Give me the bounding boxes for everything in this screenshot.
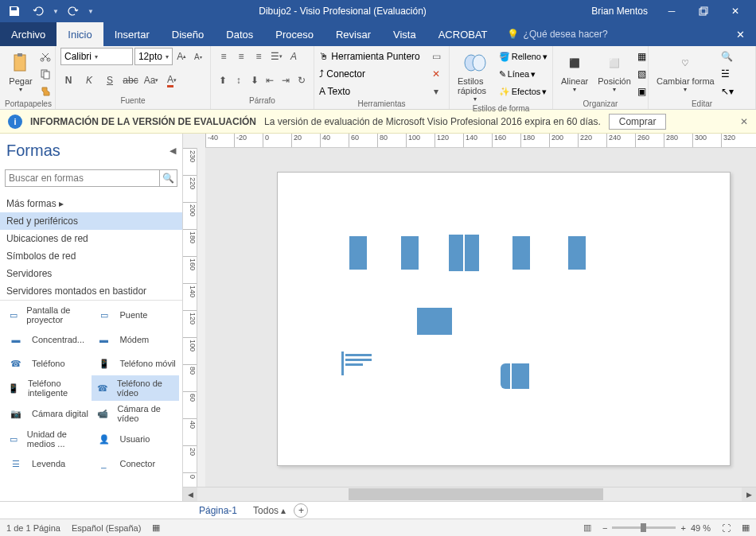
quick-styles-button[interactable]: Estilos rápidos▾ bbox=[454, 49, 496, 104]
server-shape[interactable] bbox=[465, 235, 479, 271]
connector-tool-button[interactable]: ⤴ Conector bbox=[319, 68, 365, 80]
server-shape[interactable] bbox=[512, 236, 530, 270]
macro-icon[interactable]: ▦ bbox=[152, 522, 160, 533]
document-shape[interactable] bbox=[341, 352, 373, 375]
pointer-tool-button[interactable]: 🖱 Herramienta Puntero bbox=[319, 51, 420, 62]
close-notice-button[interactable]: ✕ bbox=[740, 116, 748, 127]
server-shape[interactable] bbox=[568, 236, 586, 270]
drawing-page[interactable] bbox=[277, 172, 731, 466]
scroll-left-button[interactable]: ◀ bbox=[183, 487, 197, 501]
position-button[interactable]: ⬜Posición▾ bbox=[594, 49, 634, 95]
shape-item[interactable]: ☰Levenda bbox=[3, 452, 92, 476]
zoom-level[interactable]: 49 % bbox=[691, 523, 711, 533]
add-page-button[interactable]: + bbox=[294, 503, 308, 518]
group-button[interactable]: ▣ bbox=[637, 84, 646, 99]
tell-me-search[interactable]: 💡 ¿Qué desea hacer? bbox=[499, 22, 724, 46]
tab-revisar[interactable]: Revisar bbox=[325, 22, 382, 46]
tab-datos[interactable]: Datos bbox=[215, 22, 264, 46]
undo-icon[interactable] bbox=[29, 2, 48, 21]
zoom-in-button[interactable]: + bbox=[680, 523, 685, 533]
server-shape[interactable] bbox=[349, 236, 367, 270]
server-shape[interactable] bbox=[449, 235, 463, 271]
copy-button[interactable] bbox=[40, 66, 51, 82]
align-middle-button[interactable]: ↕ bbox=[232, 72, 246, 88]
save-icon[interactable] bbox=[5, 2, 24, 21]
fit-window-button[interactable]: ⛶ bbox=[722, 523, 731, 533]
search-icon[interactable]: 🔍 bbox=[160, 169, 177, 187]
underline-button[interactable]: S bbox=[102, 72, 118, 88]
shape-item[interactable]: ▬Módem bbox=[92, 328, 180, 352]
scroll-thumb[interactable] bbox=[349, 488, 603, 500]
shape-item[interactable]: ☎Teléfono bbox=[3, 352, 92, 375]
select-rect-button[interactable]: ▭ bbox=[428, 49, 444, 64]
user-name[interactable]: Brian Mentos bbox=[591, 6, 648, 17]
collapse-shapes-button[interactable]: ◀ bbox=[170, 146, 176, 156]
tab-vista[interactable]: Vista bbox=[382, 22, 427, 46]
shape-item[interactable]: ▭Unidad de medios ... bbox=[3, 426, 92, 452]
close-button[interactable]: ✕ bbox=[719, 0, 751, 22]
select-button[interactable]: ↖▾ bbox=[721, 84, 734, 99]
align-bottom-button[interactable]: ⬇ bbox=[247, 72, 262, 88]
language-status[interactable]: Español (España) bbox=[72, 523, 141, 533]
tab-diseno[interactable]: Diseño bbox=[161, 22, 215, 46]
shape-item[interactable]: 📹Cámara de vídeo bbox=[92, 401, 180, 426]
increase-indent-button[interactable]: ⇥ bbox=[279, 72, 293, 88]
shrink-font-button[interactable]: A▾ bbox=[190, 49, 205, 64]
shape-item[interactable]: ▬Concentrad... bbox=[3, 328, 92, 352]
line-button[interactable]: ✎ Línea ▾ bbox=[499, 66, 548, 82]
send-back-button[interactable]: ▧ bbox=[637, 66, 646, 82]
page-tab[interactable]: Página-1 bbox=[191, 503, 245, 518]
align-top-button[interactable]: ⬆ bbox=[216, 72, 230, 88]
presentation-mode-button[interactable]: ▥ bbox=[583, 522, 591, 533]
category-servidores-bastidor[interactable]: Servidores montados en bastidor bbox=[0, 282, 182, 300]
videophone-shape[interactable] bbox=[501, 363, 529, 389]
restore-button[interactable] bbox=[688, 0, 719, 22]
drawing-canvas[interactable] bbox=[205, 148, 756, 487]
router-shape[interactable] bbox=[417, 308, 452, 335]
fill-button[interactable]: 🪣 Relleno ▾ bbox=[499, 49, 548, 64]
cut-button[interactable] bbox=[40, 49, 51, 64]
shape-item[interactable]: 📱Teléfono inteligente bbox=[3, 375, 92, 401]
category-simbolos[interactable]: Símbolos de red bbox=[0, 247, 182, 265]
zoom-thumb[interactable] bbox=[641, 523, 646, 532]
scroll-right-button[interactable]: ▶ bbox=[742, 487, 756, 501]
more-tools-button[interactable]: ▾ bbox=[428, 84, 444, 99]
format-painter-button[interactable] bbox=[40, 84, 51, 99]
decrease-indent-button[interactable]: ⇤ bbox=[263, 72, 277, 88]
shape-item[interactable]: 📱Teléfono móvil bbox=[92, 352, 180, 375]
shape-item[interactable]: ⎯Conector bbox=[92, 452, 180, 476]
font-color-button[interactable]: A▾ bbox=[164, 72, 180, 88]
layers-button[interactable]: ☱ bbox=[721, 66, 734, 82]
bullets-button[interactable]: ☰▾ bbox=[268, 49, 284, 64]
tab-insertar[interactable]: Insertar bbox=[103, 22, 161, 46]
align-button[interactable]: ⬛Alinear▾ bbox=[558, 49, 591, 95]
change-shape-button[interactable]: ♡Cambiar forma▾ bbox=[653, 49, 718, 95]
grow-font-button[interactable]: A▴ bbox=[174, 49, 189, 64]
switch-windows-button[interactable]: ▦ bbox=[742, 522, 750, 533]
rotate-text-button[interactable]: ↻ bbox=[294, 72, 309, 88]
bold-button[interactable]: N bbox=[60, 72, 76, 88]
delete-button[interactable]: ✕ bbox=[428, 66, 444, 82]
align-left-button[interactable]: ≡ bbox=[216, 49, 232, 64]
align-right-button[interactable]: ≡ bbox=[251, 49, 267, 64]
collapse-ribbon-button[interactable]: ✕ bbox=[724, 22, 756, 46]
align-center-button[interactable]: ≡ bbox=[233, 49, 249, 64]
font-family-combo[interactable]: Calibri▾ bbox=[60, 48, 133, 65]
minimize-button[interactable]: ─ bbox=[656, 0, 688, 22]
buy-button[interactable]: Comprar bbox=[609, 114, 667, 130]
bring-front-button[interactable]: ▦ bbox=[637, 49, 646, 64]
server-shape[interactable] bbox=[401, 236, 419, 270]
find-button[interactable]: 🔍 bbox=[721, 49, 734, 64]
shape-item-selected[interactable]: ☎Teléfono de vídeo bbox=[92, 375, 180, 401]
category-ubicaciones[interactable]: Ubicaciones de red bbox=[0, 230, 182, 247]
redo-icon[interactable] bbox=[64, 2, 83, 21]
effects-button[interactable]: ✨ Efectos ▾ bbox=[499, 84, 548, 99]
horizontal-scrollbar[interactable]: ◀ ▶ bbox=[183, 487, 756, 501]
shape-item[interactable]: ▭Pantalla de proyector bbox=[3, 302, 92, 328]
shape-item[interactable]: 👤Usuario bbox=[92, 426, 180, 452]
more-shapes-button[interactable]: Más formas ▸ bbox=[0, 195, 182, 212]
paste-button[interactable]: Pegar ▾ bbox=[5, 49, 37, 95]
font-size-combo[interactable]: 12pto▾ bbox=[134, 48, 173, 65]
category-red-perifericos[interactable]: Red y periféricos bbox=[0, 212, 182, 230]
zoom-out-button[interactable]: − bbox=[602, 523, 607, 533]
